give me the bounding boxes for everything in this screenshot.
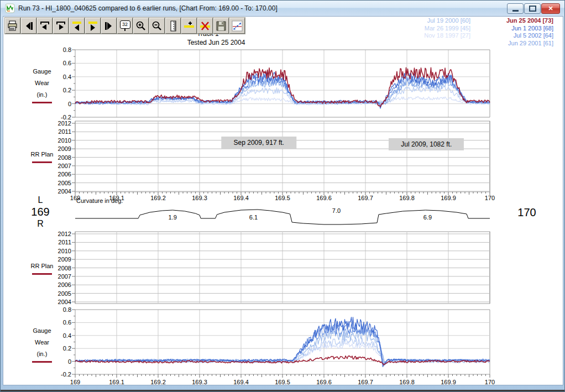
previous-run-icon	[23, 20, 35, 32]
run-color-swatch	[32, 361, 52, 363]
rr-plan-top-caption: RR Plan	[20, 149, 64, 163]
legend-item[interactable]: Jun 25 2004 [73]	[506, 17, 553, 25]
left-milepost: 169	[26, 206, 55, 218]
minimize-icon	[512, 10, 519, 12]
print-button[interactable]	[5, 18, 20, 34]
delete-marker-icon	[199, 20, 211, 32]
add-marker-button[interactable]	[181, 18, 197, 34]
legend-item[interactable]: Jul 5 2002 [64]	[506, 32, 553, 40]
rr-plan-bottom-caption: RR Plan	[20, 260, 64, 275]
maximize-button[interactable]	[524, 3, 541, 14]
rr-plan-annotation: Jul 2009, 1082 ft.	[389, 138, 464, 150]
run-color-swatch	[32, 273, 52, 275]
delete-marker-button[interactable]	[197, 18, 213, 34]
close-button[interactable]: ✕	[541, 3, 560, 14]
gauge-wear-top-caption: Gauge Wear (in.)	[20, 66, 64, 103]
section-start-icon	[39, 20, 51, 32]
page-left-button[interactable]	[69, 18, 85, 34]
legend-item[interactable]: Jun 29 2001 [61]	[506, 40, 553, 48]
section-end-icon	[55, 20, 67, 32]
ruler-button[interactable]	[165, 18, 181, 34]
page-left-icon	[71, 20, 83, 32]
milepost-icon: 32	[120, 20, 130, 29]
save-icon	[215, 20, 227, 32]
next-run-icon	[103, 20, 115, 32]
zoom-in-icon	[135, 20, 147, 32]
page-right-icon	[87, 20, 99, 32]
legend-item[interactable]: Mar 26 1999 [45]	[424, 25, 470, 33]
zoom-in-button[interactable]	[133, 18, 149, 34]
legend-item[interactable]: Jun 1 2003 [68]	[506, 25, 553, 33]
page-right-button[interactable]	[85, 18, 101, 34]
milepost-button[interactable]: 32	[117, 18, 133, 34]
close-icon: ✕	[548, 5, 553, 12]
next-run-button[interactable]	[101, 18, 117, 34]
section-end-button[interactable]	[53, 18, 69, 34]
window-title: Run 73 - HI_1800_040625 compared to 6 ea…	[18, 4, 278, 12]
trend-chart-icon	[231, 20, 243, 32]
toolbar: 32	[5, 18, 245, 34]
right-milepost: 170	[512, 206, 541, 219]
print-icon	[7, 20, 19, 32]
legend-item[interactable]: Jul 19 2000 [60]	[424, 17, 470, 25]
run-color-swatch	[32, 102, 52, 103]
gauge-wear-bottom-caption: Gauge Wear (in.)	[20, 325, 64, 363]
ruler-icon	[167, 20, 179, 32]
save-button[interactable]	[213, 18, 229, 34]
app-icon	[5, 3, 15, 13]
legend-item[interactable]: Nov 18 1997 [27]	[424, 32, 470, 40]
curvature-axis-label: Curvature in deg.	[76, 197, 123, 204]
maximize-icon	[529, 6, 536, 12]
zoom-out-button[interactable]	[149, 18, 165, 34]
zoom-out-icon	[151, 20, 163, 32]
title-bar[interactable]: Run 73 - HI_1800_040625 compared to 6 ea…	[1, 1, 564, 16]
run-color-swatch	[32, 161, 52, 163]
trend-chart-button[interactable]	[229, 18, 245, 34]
section-start-button[interactable]	[37, 18, 53, 34]
app-window: Run 73 - HI_1800_040625 compared to 6 ea…	[0, 0, 565, 392]
previous-run-button[interactable]	[21, 18, 36, 34]
legend-column-recent: Jun 25 2004 [73]Jun 1 2003 [68]Jul 5 200…	[506, 17, 553, 47]
right-rail-marker: R	[34, 219, 47, 229]
legend-column-older: Jul 19 2000 [60]Mar 26 1999 [45]Nov 18 1…	[424, 17, 470, 40]
add-marker-icon	[183, 20, 195, 32]
left-rail-marker: L	[34, 195, 47, 205]
chart-tested-label: Tested Jun 25 2004	[172, 39, 260, 46]
minimize-button[interactable]	[507, 3, 524, 14]
rr-plan-annotation: Sep 2009, 917 ft.	[222, 137, 296, 149]
